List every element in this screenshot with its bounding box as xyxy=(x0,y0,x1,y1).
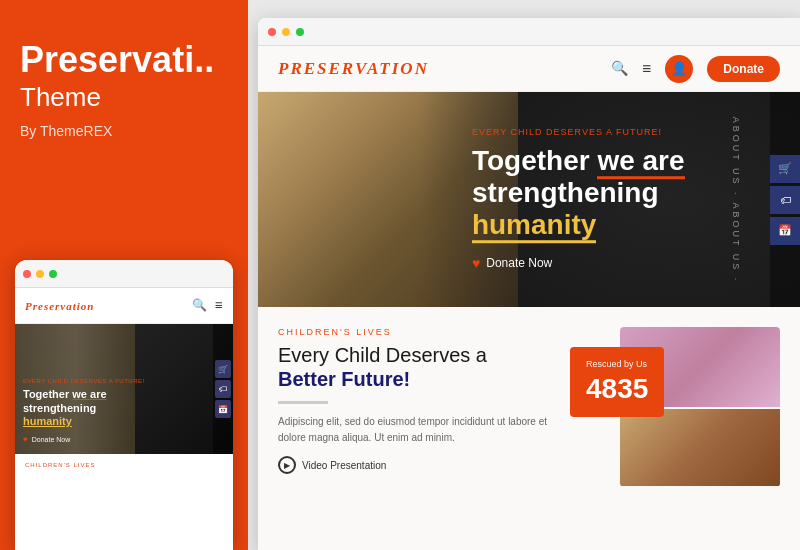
theme-subtitle: Theme xyxy=(20,82,228,113)
mobile-tag-icon[interactable]: 🏷 xyxy=(215,380,231,398)
play-icon: ▶ xyxy=(278,456,296,474)
desktop-dot-yellow xyxy=(282,28,290,36)
mobile-search-icon[interactable]: 🔍 xyxy=(192,298,207,313)
desktop-logo: Preservation xyxy=(278,59,429,79)
rescued-badge: Rescued by Us 4835 xyxy=(570,347,664,417)
desktop-dot-green xyxy=(296,28,304,36)
video-presentation-button[interactable]: ▶ Video Presentation xyxy=(278,456,386,474)
desktop-nav-right: 🔍 ≡ 👤 Donate xyxy=(611,55,780,83)
content-divider xyxy=(278,401,328,404)
desktop-cart-icon[interactable]: 🛒 xyxy=(770,155,800,183)
mobile-donate-label: Donate Now xyxy=(32,436,71,443)
content-title-normal: Every Child Deserves a xyxy=(278,344,487,366)
desktop-menu-icon[interactable]: ≡ xyxy=(642,60,651,78)
hero-title: Together we are strengthening humanity xyxy=(472,145,770,242)
desktop-browser-bar xyxy=(258,18,800,46)
content-body: Adipiscing elit, sed do eiusmod tempor i… xyxy=(278,414,560,446)
hero-donate-button[interactable]: ♥ Donate Now xyxy=(472,255,552,271)
hero-we-are: we are xyxy=(597,145,684,179)
mobile-section-tag: Children's Lives xyxy=(25,462,223,468)
desktop-content: Children's Lives Every Child Deserves a … xyxy=(258,307,800,550)
mobile-tagline: Every Child Deserves a Future! xyxy=(23,378,225,384)
mobile-hero: Every Child Deserves a Future! Together … xyxy=(15,324,233,454)
mobile-menu-icon[interactable]: ≡ xyxy=(215,298,223,314)
dot-green xyxy=(49,270,57,278)
left-panel: Preservati.. Theme By ThemeREX Preservat… xyxy=(0,0,248,550)
hero-donate-label: Donate Now xyxy=(486,256,552,270)
content-tag: Children's Lives xyxy=(278,327,560,337)
mobile-humanity: humanity xyxy=(23,415,72,427)
heart-icon: ♥ xyxy=(23,435,28,444)
mobile-donate-button[interactable]: ♥ Donate Now xyxy=(23,435,70,444)
mobile-we-are: we are xyxy=(72,388,106,400)
content-title-bold: Better Future! xyxy=(278,368,410,390)
mobile-sidebar-icons: 🛒 🏷 📅 xyxy=(213,324,233,454)
desktop-search-icon[interactable]: 🔍 xyxy=(611,60,628,77)
user-symbol: 👤 xyxy=(671,61,687,77)
hero-content: Every Child Deserves a Future! Together … xyxy=(472,127,770,273)
mobile-hero-title: Together we are strengthening humanity xyxy=(23,388,225,428)
hero-tagline: Every Child Deserves a Future! xyxy=(472,127,770,137)
dot-red xyxy=(23,270,31,278)
desktop-dot-red xyxy=(268,28,276,36)
mobile-calendar-icon[interactable]: 📅 xyxy=(215,400,231,418)
photo-bottom xyxy=(620,409,780,486)
rescued-number: 4835 xyxy=(586,373,648,405)
mobile-nav: Preservation 🔍 ≡ xyxy=(15,288,233,324)
content-title: Every Child Deserves a Better Future! xyxy=(278,343,560,391)
desktop-calendar-icon[interactable]: 📅 xyxy=(770,217,800,245)
desktop-donate-button[interactable]: Donate xyxy=(707,56,780,82)
desktop-user-icon[interactable]: 👤 xyxy=(665,55,693,83)
content-left: Children's Lives Every Child Deserves a … xyxy=(278,327,560,530)
dot-yellow xyxy=(36,270,44,278)
video-label: Video Presentation xyxy=(302,460,386,471)
mobile-browser-bar xyxy=(15,260,233,288)
about-rotated-text: ABOUT US · ABOUT US · xyxy=(732,116,742,283)
right-panel: Preservation 🔍 ≡ 👤 Donate Every Child De… xyxy=(248,0,800,550)
desktop-sidebar-icons: 🛒 🏷 📅 xyxy=(770,92,800,307)
by-line: By ThemeREX xyxy=(20,123,228,139)
mobile-logo: Preservation xyxy=(25,300,94,312)
content-right: Rescued by Us 4835 xyxy=(580,327,780,530)
desktop-browser: Preservation 🔍 ≡ 👤 Donate Every Child De… xyxy=(258,18,800,550)
rescued-label: Rescued by Us xyxy=(586,359,648,369)
mobile-preview: Preservation 🔍 ≡ Every Child Deserves a … xyxy=(15,260,233,550)
hero-humanity: humanity xyxy=(472,209,596,243)
theme-title: Preservati.. xyxy=(20,40,228,80)
desktop-hero: Every Child Deserves a Future! Together … xyxy=(258,92,800,307)
hero-heart-icon: ♥ xyxy=(472,255,480,271)
mobile-section: Children's Lives xyxy=(15,454,233,476)
desktop-nav: Preservation 🔍 ≡ 👤 Donate xyxy=(258,46,800,92)
mobile-nav-icons: 🔍 ≡ xyxy=(192,298,223,314)
desktop-tag-icon[interactable]: 🏷 xyxy=(770,186,800,214)
mobile-cart-icon[interactable]: 🛒 xyxy=(215,360,231,378)
mobile-hero-content: Every Child Deserves a Future! Together … xyxy=(23,378,225,446)
